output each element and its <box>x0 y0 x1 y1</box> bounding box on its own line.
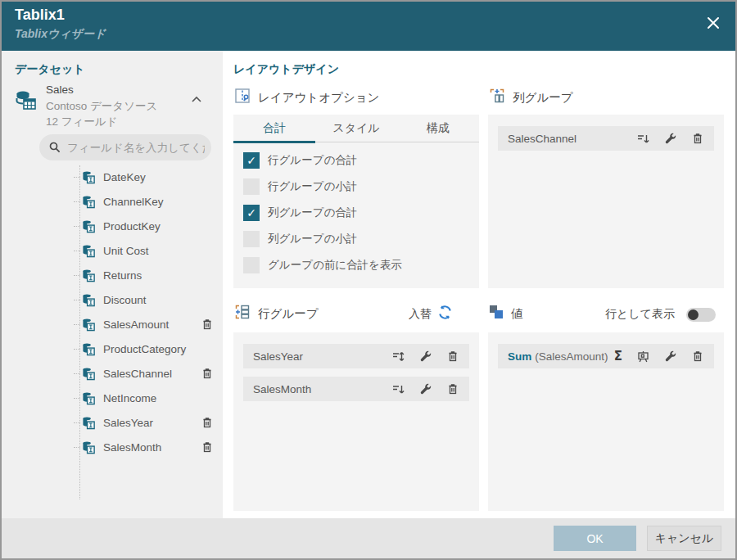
dataset-heading: データセット <box>15 62 85 77</box>
values-title: 値 <box>511 306 523 322</box>
checkbox-checked-icon: ✓ <box>243 205 260 221</box>
swap-label: 入替 <box>409 307 432 322</box>
field-icon <box>82 367 96 381</box>
tablix-wizard-dialog: Tablix1 Tablixウィザード データセット Sales <box>0 0 737 560</box>
tab-structure[interactable]: 構成 <box>397 115 479 142</box>
checkbox-row-group-total[interactable]: ✓行グループの合計 <box>243 151 479 169</box>
wrench-icon[interactable] <box>419 350 432 363</box>
field-row[interactable]: ProductCategory <box>74 336 216 361</box>
checkbox-totals-before-groups[interactable]: グループの前に合計を表示 <box>243 256 479 273</box>
layout-design-heading: レイアウトデザイン <box>233 62 339 77</box>
aggregate-label: Sum <box>508 350 531 363</box>
show-as-row-control: 行として表示 <box>605 307 716 322</box>
row-groups-title: 行グループ <box>258 306 319 322</box>
trash-icon[interactable] <box>201 367 214 383</box>
dataset-sidebar: データセット Sales Contoso データソース 12 フィールド <box>2 51 223 518</box>
field-icon <box>82 342 96 356</box>
checkbox-column-group-subtotal[interactable]: 列グループの小計 <box>243 230 479 247</box>
field-row[interactable]: Returns <box>74 263 216 287</box>
checkbox-column-group-total[interactable]: ✓列グループの合計 <box>243 204 479 221</box>
aggregate-sigma-icon[interactable]: Σ <box>614 349 622 364</box>
trash-icon[interactable] <box>201 318 214 334</box>
show-as-row-toggle[interactable] <box>686 308 716 322</box>
trash-icon[interactable] <box>446 382 459 395</box>
toggle-knob <box>688 309 699 320</box>
layout-options-icon <box>233 87 251 108</box>
trash-icon[interactable] <box>691 350 704 363</box>
close-icon <box>705 15 721 34</box>
trash-icon[interactable] <box>691 132 704 145</box>
field-row[interactable]: NetIncome <box>74 386 216 410</box>
checkbox-unchecked-icon <box>243 178 260 195</box>
field-row[interactable]: ProductKey <box>74 214 216 238</box>
wrench-icon[interactable] <box>664 132 677 145</box>
trash-icon[interactable] <box>201 440 214 457</box>
field-search <box>39 134 211 160</box>
field-row[interactable]: SalesChannel <box>74 361 216 386</box>
close-button[interactable] <box>703 14 724 35</box>
row-groups-panel: SalesYear SalesMonth <box>233 332 479 511</box>
field-row[interactable]: Discount <box>74 287 216 312</box>
layout-options-tabs: 合計 スタイル 構成 <box>233 115 479 142</box>
chevron-up-icon[interactable] <box>190 93 203 110</box>
trash-icon[interactable] <box>446 350 459 363</box>
swap-refresh-icon <box>437 305 453 323</box>
checkbox-unchecked-icon <box>243 257 260 273</box>
values-panel: Sum(SalesAmount) Σ <box>488 332 724 511</box>
trash-icon[interactable] <box>201 416 214 432</box>
field-icon <box>82 440 96 454</box>
sort-icon[interactable] <box>391 350 405 364</box>
row-groups-header: 行グループ <box>233 303 319 324</box>
value-item[interactable]: Sum(SalesAmount) Σ <box>498 344 714 368</box>
checkbox-row-group-subtotal[interactable]: 行グループの小計 <box>243 178 479 195</box>
sort-icon[interactable] <box>391 382 405 396</box>
sort-icon[interactable] <box>636 132 650 146</box>
field-icon <box>82 391 96 405</box>
dialog-header: Tablix1 Tablixウィザード <box>0 0 737 51</box>
dialog-subtitle: Tablixウィザード <box>15 27 106 42</box>
column-groups-title: 列グループ <box>513 90 573 106</box>
layout-options-panel: 合計 スタイル 構成 ✓行グループの合計 行グループの小計 ✓列グループの合計 … <box>233 115 479 288</box>
dialog-footer: OK キャンセル <box>2 518 735 558</box>
row-group-icon <box>233 303 251 324</box>
cancel-button[interactable]: キャンセル <box>647 526 721 551</box>
dataset-source: Contoso データソース <box>46 99 157 114</box>
display-format-icon[interactable] <box>636 350 650 364</box>
dataset-icon <box>15 88 38 115</box>
dataset-field-count: 12 フィールド <box>46 115 118 129</box>
wrench-icon[interactable] <box>664 350 677 363</box>
field-row[interactable]: SalesMonth <box>74 435 216 459</box>
field-icon <box>82 269 96 282</box>
field-icon <box>82 195 96 209</box>
field-icon <box>82 219 96 233</box>
field-row[interactable]: ChannelKey <box>74 189 216 214</box>
ok-button[interactable]: OK <box>554 526 636 551</box>
field-icon <box>82 170 96 184</box>
swap-button[interactable]: 入替 <box>409 305 453 323</box>
values-icon <box>488 304 504 323</box>
layout-options-title: レイアウトオプション <box>258 90 379 106</box>
field-row[interactable]: SalesAmount <box>74 312 216 336</box>
column-groups-header: 列グループ <box>488 87 573 108</box>
search-icon <box>48 141 61 154</box>
field-row[interactable]: SalesYear <box>74 410 216 435</box>
field-row[interactable]: Unit Cost <box>74 238 216 263</box>
column-group-icon <box>488 87 506 108</box>
column-group-item[interactable]: SalesChannel <box>498 126 714 151</box>
layout-options-header: レイアウトオプション <box>233 87 379 108</box>
values-header: 値 <box>488 303 523 324</box>
dataset-name: Sales <box>46 84 74 96</box>
field-icon <box>82 293 96 307</box>
checkbox-unchecked-icon <box>243 231 260 247</box>
field-search-input[interactable] <box>67 134 205 160</box>
field-icon <box>82 416 96 430</box>
wrench-icon[interactable] <box>419 382 432 395</box>
tab-totals[interactable]: 合計 <box>233 115 315 142</box>
field-row[interactable]: DateKey <box>74 165 216 189</box>
row-group-item[interactable]: SalesMonth <box>243 377 469 401</box>
field-icon <box>82 318 96 332</box>
show-as-row-label: 行として表示 <box>605 307 675 322</box>
field-icon <box>82 244 96 258</box>
row-group-item[interactable]: SalesYear <box>243 344 469 368</box>
tab-style[interactable]: スタイル <box>315 115 397 142</box>
